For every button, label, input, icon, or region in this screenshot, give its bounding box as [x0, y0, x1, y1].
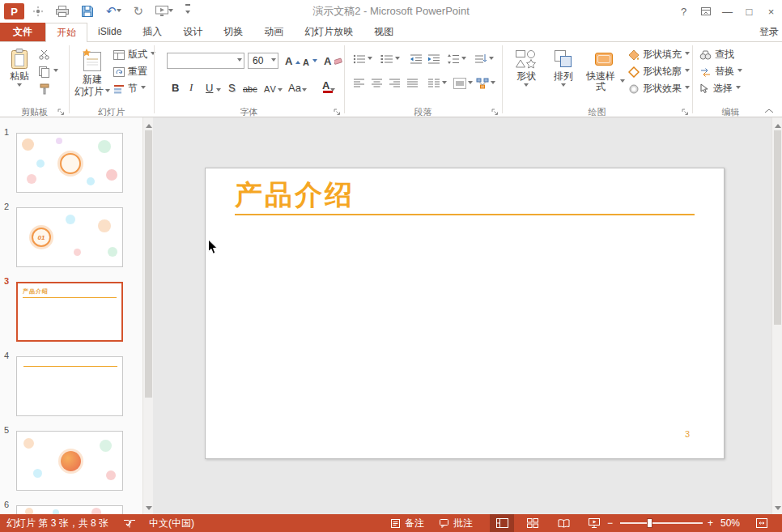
slide-thumbnail-4[interactable] — [16, 356, 123, 416]
help-icon[interactable]: ? — [673, 1, 695, 22]
paste-dropdown-icon[interactable] — [17, 83, 22, 89]
slideshow-dropdown-icon[interactable] — [168, 9, 173, 15]
close-icon[interactable]: × — [760, 1, 782, 22]
slide-title-text[interactable]: 产品介绍 — [235, 177, 355, 214]
zoom-percentage[interactable]: 50% — [720, 514, 740, 532]
underline-button[interactable]: U — [206, 78, 221, 94]
convert-smartart-button[interactable] — [476, 78, 495, 89]
cut-button[interactable] — [39, 47, 49, 62]
undo-dropdown-icon[interactable] — [117, 9, 121, 15]
reset-button[interactable]: 重置 — [113, 64, 147, 79]
clear-formatting-button[interactable]: A — [324, 53, 343, 69]
thumbnail-scrollbar[interactable] — [142, 117, 153, 514]
zoom-slider-handle[interactable] — [647, 518, 652, 528]
justify-button[interactable] — [406, 78, 419, 89]
slide-sorter-view-button[interactable] — [521, 514, 545, 532]
zoom-slider-track[interactable] — [620, 522, 703, 524]
slide-editor[interactable]: 产品介绍 3 — [205, 168, 725, 459]
sign-in-link[interactable]: 登录 — [756, 23, 782, 40]
language-indicator[interactable]: 中文(中国) — [149, 514, 194, 532]
clipboard-dialog-launcher-icon[interactable] — [57, 107, 66, 115]
start-slideshow-button[interactable] — [155, 4, 173, 19]
slide-thumbnail-6[interactable] — [16, 505, 123, 514]
numbering-button[interactable] — [380, 53, 400, 65]
font-dialog-launcher-icon[interactable] — [334, 107, 342, 115]
tab-design[interactable]: 设计 — [172, 23, 213, 41]
customize-qat-icon[interactable] — [185, 4, 190, 19]
fit-to-window-button[interactable] — [750, 514, 774, 532]
new-slide-button[interactable]: 新建 幻灯片 — [73, 45, 112, 106]
shape-fill-button[interactable]: 形状填充 — [628, 47, 690, 62]
bullets-button[interactable] — [353, 53, 372, 65]
shrink-font-button[interactable]: A — [303, 54, 317, 70]
grow-font-button[interactable]: A — [285, 53, 300, 69]
align-left-button[interactable] — [353, 78, 365, 89]
tab-transitions[interactable]: 切换 — [213, 23, 253, 41]
slideshow-view-button[interactable] — [582, 514, 606, 532]
reading-view-button[interactable] — [551, 514, 576, 532]
spellcheck-button[interactable] — [123, 514, 136, 532]
notes-button[interactable]: 备注 — [390, 514, 424, 532]
text-shadow-button[interactable]: S — [228, 78, 236, 94]
section-button[interactable]: 节 — [113, 81, 146, 96]
tab-slideshow[interactable]: 幻灯片放映 — [294, 23, 363, 41]
minimize-icon[interactable]: — — [716, 1, 738, 22]
bold-button[interactable]: B — [172, 78, 179, 94]
quick-styles-button[interactable]: 快速样式 — [583, 45, 625, 106]
slide-thumbnail-2[interactable]: 01 — [16, 207, 123, 267]
shapes-button[interactable]: 形状 — [508, 45, 544, 106]
slide-thumbnail-1[interactable] — [16, 133, 123, 193]
collapse-ribbon-icon[interactable] — [764, 105, 774, 117]
tab-insert[interactable]: 插入 — [132, 23, 172, 41]
slide-thumbnail-5[interactable] — [16, 431, 123, 491]
maximize-icon[interactable]: □ — [738, 1, 760, 22]
arrange-button[interactable]: 排列 — [546, 45, 581, 106]
canvas-scrollbar-thumb[interactable] — [774, 130, 781, 325]
slide-thumbnail-3-selected[interactable]: 产品介绍 — [16, 282, 123, 342]
layout-button[interactable]: 版式 — [113, 47, 155, 62]
tab-view[interactable]: 视图 — [363, 23, 404, 41]
italic-button[interactable]: I — [189, 78, 193, 94]
save-icon[interactable] — [81, 4, 94, 19]
scroll-down-icon[interactable] — [146, 506, 152, 513]
shape-effects-button[interactable]: 形状效果 — [628, 81, 690, 96]
tab-home[interactable]: 开始 — [45, 23, 87, 42]
text-direction-button[interactable] — [474, 53, 494, 65]
character-spacing-button[interactable]: AV — [264, 78, 283, 94]
tab-islide[interactable]: iSlide — [87, 23, 132, 41]
normal-view-button[interactable] — [490, 514, 514, 532]
powerpoint-logo-icon[interactable]: P — [4, 3, 24, 19]
format-painter-button[interactable] — [39, 81, 50, 96]
zoom-out-button[interactable]: − — [607, 514, 613, 532]
decrease-indent-button[interactable] — [410, 53, 423, 65]
thumbnail-scrollbar-thumb[interactable] — [145, 130, 152, 398]
slide-canvas[interactable]: 产品介绍 3 — [153, 117, 771, 514]
shape-outline-button[interactable]: 形状轮廓 — [628, 64, 690, 79]
increase-indent-button[interactable] — [427, 53, 440, 65]
scroll-up-icon[interactable] — [775, 121, 781, 128]
align-center-button[interactable] — [371, 78, 383, 89]
comments-button[interactable]: 批注 — [439, 514, 473, 532]
strikethrough-button[interactable]: abc — [243, 78, 257, 94]
drawing-dialog-launcher-icon[interactable] — [682, 107, 690, 115]
line-spacing-button[interactable] — [447, 53, 466, 65]
canvas-scrollbar[interactable] — [771, 117, 782, 514]
find-button[interactable]: 查找 — [699, 47, 734, 62]
slide-counter[interactable]: 幻灯片 第 3 张，共 8 张 — [6, 514, 108, 532]
scroll-down-icon[interactable] — [775, 506, 781, 513]
scroll-up-icon[interactable] — [146, 121, 152, 128]
font-size-combobox[interactable]: 60 — [248, 53, 278, 69]
select-button[interactable]: 选择 — [699, 81, 741, 96]
paste-button[interactable]: 粘贴 — [3, 45, 36, 106]
zoom-in-button[interactable]: + — [708, 514, 713, 532]
ribbon-display-options-icon[interactable] — [695, 1, 716, 22]
touch-mode-icon[interactable] — [32, 4, 44, 19]
font-color-button[interactable]: A — [322, 78, 335, 94]
columns-button[interactable] — [427, 78, 447, 89]
tab-animations[interactable]: 动画 — [253, 23, 294, 41]
redo-button[interactable]: ↻ — [134, 4, 144, 19]
font-name-combobox[interactable] — [167, 53, 244, 69]
copy-button[interactable] — [39, 64, 58, 79]
print-icon[interactable] — [56, 4, 69, 19]
align-text-button[interactable] — [453, 78, 473, 89]
